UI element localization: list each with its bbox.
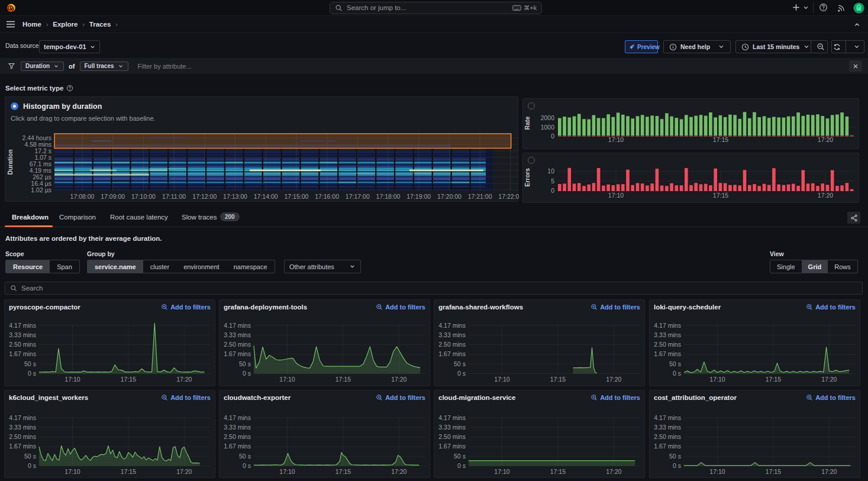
svg-text:1.02 µs: 1.02 µs [31, 186, 51, 193]
svg-text:50 s: 50 s [239, 453, 251, 460]
svg-text:17:10: 17:10 [279, 376, 295, 383]
svg-text:10: 10 [547, 167, 554, 175]
svg-text:50 s: 50 s [669, 360, 681, 367]
svg-text:1.67 mins: 1.67 mins [224, 350, 251, 357]
svg-text:17:21:00: 17:21:00 [468, 193, 492, 200]
svg-text:17:16:00: 17:16:00 [315, 193, 339, 200]
svg-text:17:10:00: 17:10:00 [131, 193, 156, 200]
svg-text:50 s: 50 s [24, 360, 36, 367]
svg-text:17:19:00: 17:19:00 [406, 193, 431, 200]
svg-text:17:15: 17:15 [766, 376, 781, 383]
svg-text:17:15: 17:15 [335, 468, 351, 475]
svg-text:17:20: 17:20 [818, 136, 833, 143]
svg-text:17:10: 17:10 [64, 468, 80, 475]
svg-text:17:20: 17:20 [606, 376, 621, 383]
svg-text:1.67 mins: 1.67 mins [438, 350, 466, 357]
svg-text:50 s: 50 s [239, 360, 251, 367]
svg-text:17:12:00: 17:12:00 [192, 193, 217, 200]
svg-text:2.50 mins: 2.50 mins [224, 433, 251, 440]
svg-text:17:15: 17:15 [121, 468, 136, 475]
svg-text:17:15: 17:15 [335, 376, 351, 383]
svg-text:0: 0 [551, 133, 554, 140]
svg-text:50 s: 50 s [669, 453, 681, 460]
svg-text:0 s: 0 s [457, 370, 466, 377]
svg-text:17:20:00: 17:20:00 [437, 193, 462, 200]
svg-text:3.33 mins: 3.33 mins [654, 424, 681, 431]
svg-text:17:15: 17:15 [713, 192, 728, 199]
svg-text:17:10: 17:10 [709, 468, 725, 475]
svg-text:4.17 mins: 4.17 mins [9, 322, 36, 329]
svg-text:1.67 mins: 1.67 mins [438, 443, 466, 450]
svg-text:0: 0 [551, 187, 554, 194]
svg-text:0 s: 0 s [673, 462, 681, 469]
svg-text:4.17 mins: 4.17 mins [654, 322, 681, 329]
svg-text:17:15: 17:15 [713, 136, 728, 143]
svg-text:3.33 mins: 3.33 mins [438, 424, 466, 431]
svg-text:1000: 1000 [541, 124, 555, 131]
svg-text:2.50 mins: 2.50 mins [438, 341, 466, 348]
svg-text:50 s: 50 s [454, 453, 466, 460]
svg-text:2.50 mins: 2.50 mins [9, 433, 36, 440]
svg-text:17:10: 17:10 [279, 468, 295, 475]
svg-text:2.50 mins: 2.50 mins [438, 433, 466, 440]
svg-text:17:15: 17:15 [550, 468, 566, 475]
svg-text:5: 5 [551, 177, 554, 185]
svg-text:4.17 mins: 4.17 mins [9, 414, 36, 421]
svg-text:3.33 mins: 3.33 mins [224, 424, 251, 431]
svg-text:17:10: 17:10 [494, 468, 509, 475]
svg-text:2.50 mins: 2.50 mins [9, 341, 36, 348]
svg-text:17:17:00: 17:17:00 [346, 193, 370, 200]
svg-text:17:13:00: 17:13:00 [223, 193, 247, 200]
svg-text:4.17 mins: 4.17 mins [224, 322, 251, 329]
svg-text:0 s: 0 s [673, 370, 681, 377]
svg-text:17:20: 17:20 [606, 468, 621, 475]
svg-text:17:10: 17:10 [64, 376, 80, 383]
svg-text:17:20: 17:20 [818, 192, 833, 199]
svg-text:3.33 mins: 3.33 mins [9, 331, 36, 338]
svg-text:17:20: 17:20 [821, 468, 837, 475]
svg-text:17:08:00: 17:08:00 [70, 193, 95, 200]
svg-text:Errors: Errors [524, 168, 531, 187]
svg-text:4.17 mins: 4.17 mins [438, 322, 466, 329]
svg-text:1.67 mins: 1.67 mins [654, 350, 681, 357]
svg-text:17:15: 17:15 [766, 468, 781, 475]
svg-text:1.67 mins: 1.67 mins [224, 443, 251, 450]
svg-text:17:10: 17:10 [494, 376, 509, 383]
svg-text:17:20: 17:20 [176, 376, 192, 383]
svg-text:3.33 mins: 3.33 mins [9, 424, 36, 431]
svg-text:17:09:00: 17:09:00 [101, 193, 125, 200]
svg-text:0 s: 0 s [457, 462, 466, 469]
svg-text:0 s: 0 s [243, 462, 251, 469]
svg-text:50 s: 50 s [24, 453, 36, 460]
svg-text:0 s: 0 s [28, 370, 36, 377]
svg-text:17:22:00: 17:22:00 [498, 193, 519, 200]
svg-text:17:20: 17:20 [821, 376, 837, 383]
svg-text:0 s: 0 s [28, 462, 36, 469]
svg-text:17:10: 17:10 [608, 192, 624, 199]
svg-text:3.33 mins: 3.33 mins [654, 331, 681, 338]
svg-text:50 s: 50 s [454, 360, 466, 367]
svg-text:1.67 mins: 1.67 mins [9, 443, 36, 450]
svg-text:17:14:00: 17:14:00 [254, 193, 278, 200]
svg-text:17:20: 17:20 [176, 468, 192, 475]
svg-text:Rate: Rate [524, 116, 531, 130]
svg-text:4.17 mins: 4.17 mins [654, 414, 681, 421]
svg-text:1.67 mins: 1.67 mins [9, 350, 36, 357]
svg-text:Duration: Duration [7, 149, 14, 175]
svg-text:17:11:00: 17:11:00 [162, 193, 186, 200]
svg-text:17:20: 17:20 [391, 376, 406, 383]
svg-text:3.33 mins: 3.33 mins [224, 331, 251, 338]
svg-text:2.50 mins: 2.50 mins [654, 341, 681, 348]
svg-text:17:10: 17:10 [608, 136, 624, 143]
svg-text:2.50 mins: 2.50 mins [224, 341, 251, 348]
svg-text:17:20: 17:20 [391, 468, 406, 475]
svg-text:4.17 mins: 4.17 mins [224, 414, 251, 421]
svg-text:17:15: 17:15 [121, 376, 136, 383]
svg-text:0 s: 0 s [243, 370, 251, 377]
svg-text:4.17 mins: 4.17 mins [438, 414, 466, 421]
svg-text:2.50 mins: 2.50 mins [654, 433, 681, 440]
svg-text:17:18:00: 17:18:00 [376, 193, 401, 200]
svg-text:2000: 2000 [541, 114, 555, 121]
svg-text:17:10: 17:10 [709, 376, 725, 383]
svg-text:17:15: 17:15 [550, 376, 566, 383]
